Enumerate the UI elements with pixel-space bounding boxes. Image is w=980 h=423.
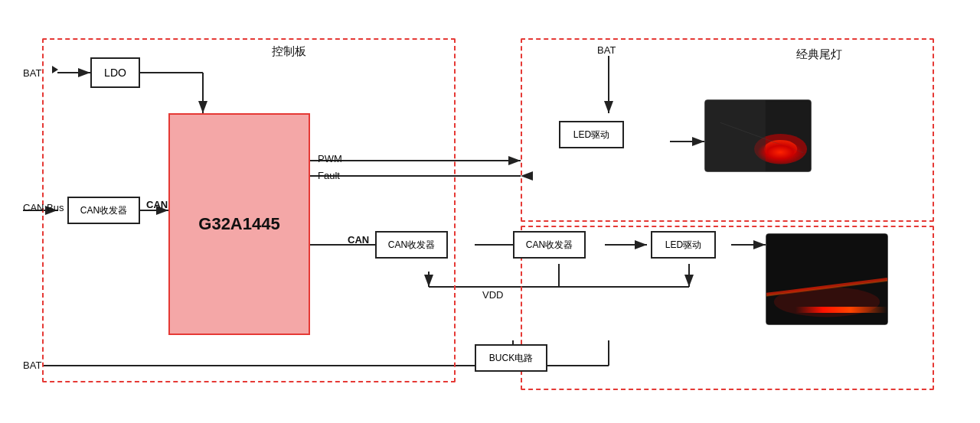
mcu-label: G32A1445	[198, 214, 279, 234]
can-signal-left-label: CAN	[146, 199, 168, 210]
vdd-label: VDD	[482, 289, 503, 301]
bat-top-label: BAT	[23, 67, 41, 79]
svg-rect-32	[766, 234, 887, 325]
ldo-box: LDO	[90, 57, 140, 88]
can-bus-label: CAN Bus	[23, 202, 64, 213]
led-driver-right-box: LED驱动	[651, 231, 716, 259]
can-recv-right-top-box: CAN收发器	[513, 231, 586, 259]
taillight-through-img	[766, 233, 888, 325]
svg-point-25	[764, 140, 797, 158]
bat-bottom-label: BAT	[23, 360, 41, 371]
control-board-label: 控制板	[272, 44, 306, 59]
can-recv-left-box: CAN收发器	[67, 197, 140, 224]
bat-top-right-label: BAT	[597, 44, 616, 56]
bat-arrow	[52, 66, 58, 73]
can-recv-bottom-box: CAN收发器	[375, 231, 448, 259]
pwm-label: PWM	[318, 153, 342, 164]
can-signal-bottom-label: CAN	[348, 234, 369, 246]
fault-label: Fault	[318, 170, 340, 181]
diagram: 控制板 经典尾灯 贯穿式尾灯 BAT LDO G32A1445 CAN Bus …	[0, 0, 980, 423]
led-driver-top-box: LED驱动	[559, 121, 624, 148]
buck-box: BUCK电路	[475, 344, 547, 372]
classic-tail-label: 经典尾灯	[796, 47, 842, 62]
taillight-classic-img	[704, 99, 812, 172]
svg-point-33	[774, 287, 880, 317]
mcu-box: G32A1445	[168, 113, 310, 335]
